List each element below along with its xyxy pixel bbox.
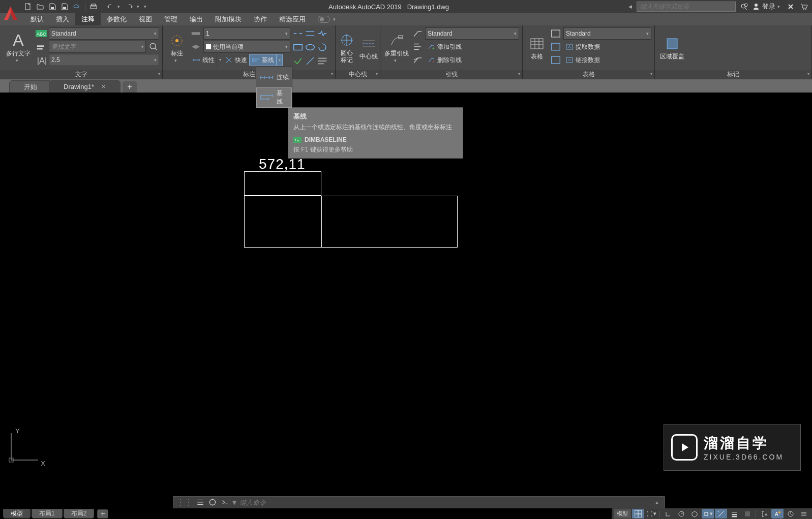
chevron-left-icon[interactable]: ◀ <box>628 4 634 9</box>
dim-scale-combo[interactable]: 1 <box>203 27 290 40</box>
command-line[interactable]: ⋮⋮ ▾ ▲ <box>173 496 665 508</box>
new-icon[interactable] <box>23 2 33 12</box>
dim-oblique-icon[interactable] <box>305 55 316 67</box>
tab-start[interactable]: 开始 <box>9 80 52 93</box>
qat-customize-icon[interactable]: ▾ <box>144 4 149 9</box>
table-button[interactable]: 表格 <box>526 27 548 68</box>
close-tab-icon[interactable]: ✕ <box>101 83 106 90</box>
drag-handle-icon[interactable]: ⋮⋮ <box>176 498 193 507</box>
text-height-combo[interactable]: 2.5 <box>49 54 159 66</box>
tab-drawing1[interactable]: Drawing1*✕ <box>49 80 121 93</box>
table-extract-pre-icon[interactable] <box>550 41 561 52</box>
redo-dropdown-icon[interactable]: ▾ <box>137 4 142 9</box>
panel-title-markup[interactable]: 标记 <box>655 70 811 79</box>
dim-tolerance-icon[interactable] <box>292 42 304 53</box>
mleader-style-combo[interactable]: Standard <box>425 27 519 40</box>
workspace-icon[interactable] <box>785 509 797 518</box>
dim-space-icon[interactable] <box>305 28 316 39</box>
tab-collaborate[interactable]: 协作 <box>248 13 273 25</box>
dim-inspect-icon[interactable] <box>305 42 316 53</box>
extract-data-button[interactable]: 提取数据 <box>563 41 602 52</box>
search-icon[interactable] <box>739 2 749 12</box>
save-icon[interactable] <box>47 2 57 12</box>
baseline-split-icon[interactable]: ▾ <box>277 54 283 66</box>
tab-featured[interactable]: 精选应用 <box>273 13 312 25</box>
cloud-icon[interactable] <box>72 2 82 12</box>
isodraft-icon[interactable] <box>688 509 701 518</box>
annoviz-icon[interactable]: A <box>771 509 784 518</box>
dim-update-icon[interactable] <box>317 42 328 53</box>
cart-icon[interactable] <box>799 2 809 12</box>
quick-dim-button[interactable]: 快速 <box>223 54 249 66</box>
plot-icon[interactable] <box>88 2 99 12</box>
panel-title-center[interactable]: 中心线 <box>336 70 380 79</box>
centermark-button[interactable]: 圆心 标记 <box>337 27 357 68</box>
grid-toggle-icon[interactable] <box>632 509 644 518</box>
wipeout-button[interactable]: 区域覆盖 <box>658 27 686 68</box>
redo-icon[interactable] <box>125 2 135 12</box>
layout-2[interactable]: 布局2 <box>64 509 95 518</box>
linear-split-icon[interactable]: ▾ <box>217 54 223 66</box>
mtext-button[interactable]: A 多行文字 ▾ <box>3 27 34 68</box>
remove-leader-button[interactable]: ×删除引线 <box>425 54 464 66</box>
dim-check-icon[interactable] <box>292 55 304 67</box>
saveas-icon[interactable] <box>59 2 70 12</box>
cmd-expand-icon[interactable]: ▲ <box>654 500 661 505</box>
dim-break-icon[interactable] <box>292 28 304 39</box>
leader-align-icon[interactable] <box>412 41 423 52</box>
recent-cmd-icon[interactable] <box>196 498 205 507</box>
text-style-combo[interactable]: Standard <box>49 27 159 40</box>
dim-layer-combo[interactable]: 使用当前项 <box>203 41 290 53</box>
tab-annotate[interactable]: 注释 <box>75 13 101 25</box>
link-data-button[interactable]: 链接数据 <box>563 54 602 66</box>
centerline-button[interactable]: 中心线 <box>359 27 379 68</box>
help-search-input[interactable] <box>637 2 736 12</box>
command-input[interactable] <box>239 499 651 506</box>
tab-output[interactable]: 输出 <box>184 13 209 25</box>
dropdown-baseline[interactable]: 基线 <box>256 87 292 108</box>
ortho-toggle-icon[interactable] <box>662 509 674 518</box>
find-text-input[interactable]: 查找文字 <box>49 41 146 53</box>
open-icon[interactable] <box>35 2 45 12</box>
tab-view[interactable]: 视图 <box>133 13 158 25</box>
annoscale-icon[interactable]: A <box>758 509 770 518</box>
tab-insert[interactable]: 插入 <box>50 13 75 25</box>
linear-dim-button[interactable]: 线性 <box>190 54 217 66</box>
undo-dropdown-icon[interactable]: ▾ <box>117 4 123 9</box>
layout-1[interactable]: 布局1 <box>32 509 63 518</box>
leader-collect-icon[interactable] <box>412 54 423 66</box>
panel-title-leader[interactable]: 引线 <box>380 70 522 79</box>
baseline-dim-button[interactable]: 基线 <box>249 54 277 66</box>
tab-parametric[interactable]: 参数化 <box>101 13 133 25</box>
exchange-icon[interactable] <box>786 2 796 12</box>
tab-addins[interactable]: 附加模块 <box>209 13 248 25</box>
lineweight-icon[interactable] <box>728 509 740 518</box>
customize-status-icon[interactable] <box>798 509 810 518</box>
tab-manage[interactable]: 管理 <box>158 13 184 25</box>
add-leader-button[interactable]: +添加引线 <box>425 41 464 52</box>
login-button[interactable]: 登录 ▾ <box>752 2 783 11</box>
undo-icon[interactable] <box>105 2 115 12</box>
layout-model[interactable]: 模型 <box>3 509 31 518</box>
osnap-toggle-icon[interactable]: ▾ <box>702 509 714 518</box>
panel-title-text[interactable]: 文字 <box>0 70 162 79</box>
record-toggle[interactable]: ▾ <box>318 16 338 23</box>
panel-title-table[interactable]: 表格 <box>523 70 654 79</box>
app-logo[interactable] <box>1 4 20 23</box>
tab-default[interactable]: 默认 <box>24 13 50 25</box>
table-style-combo[interactable]: Standard <box>563 27 651 40</box>
otrack-toggle-icon[interactable] <box>715 509 727 518</box>
transparency-icon[interactable] <box>741 509 754 518</box>
panel-title-dim[interactable]: 标注 <box>163 70 335 79</box>
polar-toggle-icon[interactable] <box>675 509 687 518</box>
status-model-label[interactable]: 模型 <box>614 509 631 518</box>
snap-toggle-icon[interactable]: ▾ <box>645 509 657 518</box>
table-link-pre-icon[interactable] <box>550 54 561 66</box>
add-layout-button[interactable]: + <box>97 509 108 518</box>
dropdown-continue[interactable]: 连续 <box>256 67 292 87</box>
customize-cmd-icon[interactable] <box>208 498 217 507</box>
dimension-button[interactable]: 标注 ▾ <box>166 27 188 68</box>
mleader-button[interactable]: 多重引线 ▾ <box>383 27 410 68</box>
find-go-icon[interactable] <box>148 41 159 52</box>
dim-jog-icon[interactable] <box>317 28 328 39</box>
